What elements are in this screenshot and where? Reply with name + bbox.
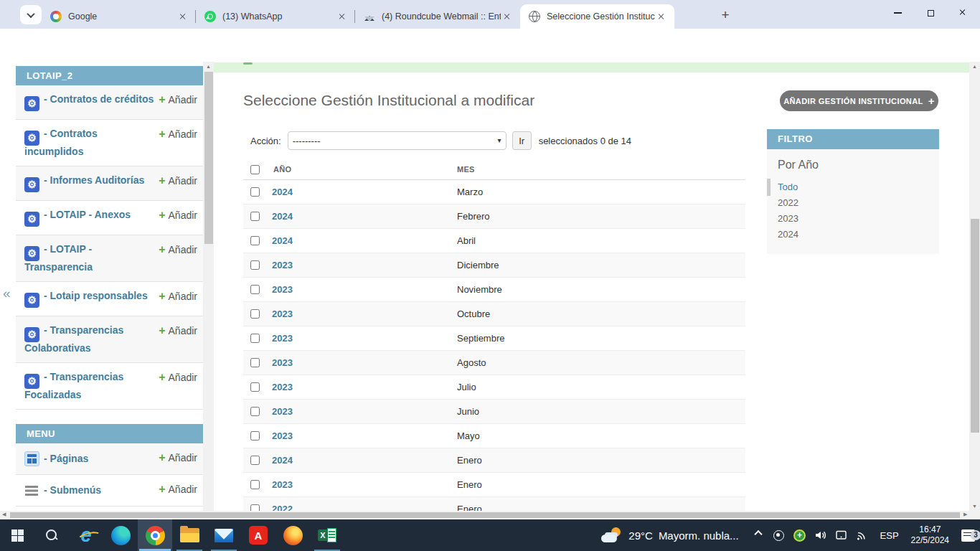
taskbar-chrome[interactable] <box>138 519 172 551</box>
sidebar-item[interactable]: - Transparencias Focalizadas +Añadir <box>16 363 203 410</box>
sidebar-item-link[interactable]: - Submenús <box>24 483 159 498</box>
add-link[interactable]: +Añadir <box>159 290 197 302</box>
year-link[interactable]: 2024 <box>272 211 293 222</box>
start-button[interactable] <box>0 519 34 551</box>
row-checkbox[interactable] <box>250 382 260 392</box>
filter-option[interactable]: Todo <box>778 179 928 195</box>
sidebar-collapse-toggle[interactable]: « <box>3 286 11 301</box>
taskbar-acrobat[interactable]: A <box>241 519 275 551</box>
action-select[interactable]: --------- <box>288 131 507 150</box>
sidebar-item[interactable]: - Páginas +Añadir <box>16 443 203 475</box>
add-gestion-button[interactable]: AÑADIR GESTIÓN INSTITUCIONAL + <box>780 90 938 111</box>
tab-close-button[interactable] <box>176 11 189 23</box>
tab-close-button[interactable] <box>655 11 667 23</box>
sidebar-item-link[interactable]: - Contratos incumplidos <box>24 128 159 158</box>
browser-tab[interactable]: (4) Roundcube Webmail :: Entra <box>355 4 520 29</box>
row-checkbox[interactable] <box>250 309 260 319</box>
sidebar-item[interactable]: - Contratos incumplidos +Añadir <box>16 120 203 166</box>
taskbar-file-explorer[interactable] <box>172 519 207 551</box>
year-link[interactable]: 2023 <box>272 309 293 319</box>
taskbar-search-button[interactable] <box>34 519 69 551</box>
page-vertical-scrollbar[interactable]: ▲ ▼ <box>969 62 980 511</box>
row-checkbox[interactable] <box>250 407 260 416</box>
scroll-down-icon[interactable]: ▼ <box>969 504 980 509</box>
year-link[interactable]: 2024 <box>272 455 293 466</box>
filter-option[interactable]: 2024 <box>778 227 928 242</box>
add-link[interactable]: +Añadir <box>159 243 197 255</box>
taskbar-clock[interactable]: 16:47 22/5/2024 <box>905 524 956 546</box>
year-link[interactable]: 2023 <box>272 284 293 295</box>
sidebar-item[interactable]: - Submenús +Añadir <box>16 475 203 507</box>
sidebar-item[interactable]: - LOTAIP - Anexos +Añadir <box>16 201 203 235</box>
filter-option[interactable]: 2023 <box>778 211 928 227</box>
add-link[interactable]: +Añadir <box>159 174 197 187</box>
language-indicator[interactable]: ESP <box>875 530 905 541</box>
horizontal-scrollbar-thumb[interactable] <box>10 512 960 518</box>
tab-close-button[interactable] <box>501 11 513 23</box>
row-checkbox[interactable] <box>250 212 260 221</box>
sidebar-item-link[interactable]: - Lotaip responsables <box>24 290 159 308</box>
sidebar-item[interactable]: - Transparencias Colaborativas +Añadir <box>16 316 203 363</box>
sidebar-item[interactable]: - Contratos de créditos +Añadir <box>16 85 203 120</box>
add-link[interactable]: +Añadir <box>159 93 197 105</box>
browser-tab[interactable]: Google <box>42 4 196 29</box>
tray-record-icon[interactable] <box>771 527 787 543</box>
year-link[interactable]: 2023 <box>272 382 293 392</box>
scroll-up-icon[interactable]: ▲ <box>969 64 980 69</box>
tray-antivirus-icon[interactable]: + <box>792 527 808 543</box>
year-link[interactable]: 2024 <box>272 235 293 246</box>
taskbar-mail[interactable] <box>207 519 241 551</box>
select-all-checkbox[interactable] <box>250 165 260 174</box>
year-link[interactable]: 2023 <box>272 479 293 490</box>
add-link[interactable]: +Añadir <box>159 209 197 221</box>
add-link[interactable]: +Añadir <box>159 371 197 383</box>
row-checkbox[interactable] <box>250 431 260 441</box>
filter-option[interactable]: 2022 <box>778 195 928 211</box>
row-checkbox[interactable] <box>250 480 260 489</box>
add-link[interactable]: +Añadir <box>159 483 197 495</box>
row-checkbox[interactable] <box>250 456 260 465</box>
notification-center-button[interactable]: 3 <box>956 529 980 542</box>
browser-tab[interactable]: Seleccione Gestión Institucional <box>520 4 674 29</box>
sidebar-scrollbar-thumb[interactable] <box>204 72 213 244</box>
sidebar-item-link[interactable]: - Páginas <box>24 451 159 466</box>
year-link[interactable]: 2024 <box>272 187 293 197</box>
scroll-right-icon[interactable]: ▶ <box>963 512 967 517</box>
row-checkbox[interactable] <box>250 187 260 197</box>
taskbar-edge[interactable] <box>103 519 138 551</box>
row-checkbox[interactable] <box>250 260 260 270</box>
minimize-button[interactable] <box>881 0 914 26</box>
taskbar-internet-explorer[interactable]: e <box>69 519 103 551</box>
row-checkbox[interactable] <box>250 334 260 343</box>
tab-search-button[interactable] <box>20 5 42 24</box>
row-checkbox[interactable] <box>250 285 260 294</box>
add-link[interactable]: +Añadir <box>159 451 197 463</box>
restore-button[interactable] <box>914 0 947 26</box>
scroll-up-icon[interactable]: ▲ <box>203 64 214 69</box>
sidebar-item-link[interactable]: - Transparencias Focalizadas <box>24 371 159 401</box>
network-signal-icon[interactable] <box>854 527 870 543</box>
sidebar-item-link[interactable]: - Contratos de créditos <box>24 93 159 111</box>
taskbar-excel[interactable]: X <box>310 519 344 551</box>
tray-expand-button[interactable] <box>750 527 766 543</box>
vertical-scrollbar-thumb[interactable] <box>971 219 979 433</box>
sidebar-item[interactable]: - Lotaip responsables +Añadir <box>16 282 203 316</box>
add-link[interactable]: +Añadir <box>159 128 197 140</box>
row-checkbox[interactable] <box>250 358 260 367</box>
year-link[interactable]: 2022 <box>272 504 293 511</box>
year-link[interactable]: 2023 <box>272 406 293 417</box>
volume-icon[interactable] <box>813 527 829 543</box>
year-link[interactable]: 2023 <box>272 333 293 344</box>
year-link[interactable]: 2023 <box>272 430 293 441</box>
year-link[interactable]: 2023 <box>272 260 293 270</box>
weather-widget[interactable]: 29°C Mayorm. nubla... <box>594 527 745 544</box>
add-link[interactable]: +Añadir <box>159 324 197 336</box>
tablet-mode-icon[interactable] <box>834 527 849 543</box>
year-link[interactable]: 2023 <box>272 357 293 368</box>
new-tab-button[interactable]: + <box>717 6 734 24</box>
tab-close-button[interactable] <box>336 11 348 23</box>
sidebar-item-link[interactable]: - LOTAIP - Anexos <box>24 209 159 227</box>
sidebar-item-link[interactable]: - Transparencias Colaborativas <box>24 324 159 354</box>
go-button[interactable]: Ir <box>512 131 532 150</box>
sidebar-scrollbar[interactable]: ▲ <box>203 62 214 511</box>
